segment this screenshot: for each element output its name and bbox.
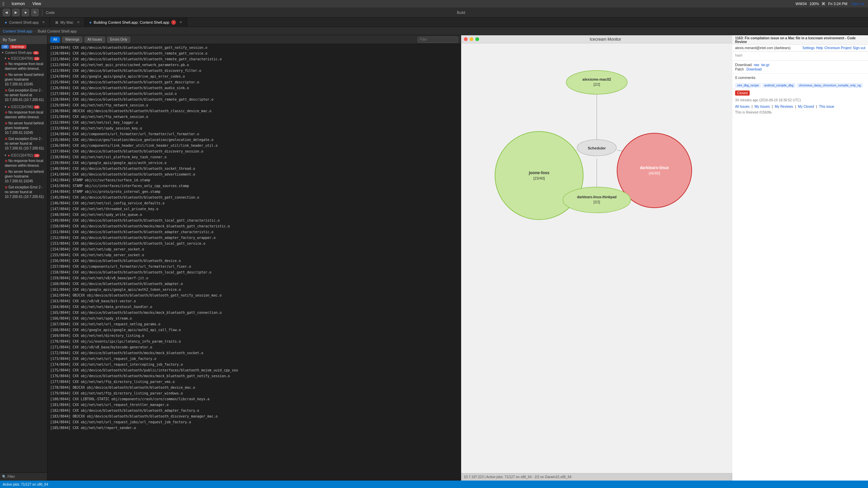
issue-item-1-2[interactable]: ⊗ Got exception Error 2 - no server foun… [0,136,47,151]
log-line: [140/8044] CXX obj/device/bluetooth/blue… [47,166,461,171]
filter-warnings-btn[interactable]: Warnings [62,37,82,43]
issue-item-0-1[interactable]: ⊗ No server found behind given hostname … [0,72,47,87]
issue-item-2-2[interactable]: ⊗ Got exception Error 2 - no server foun… [0,184,47,200]
status-row: Closed [732,89,868,97]
window-minimize-btn[interactable] [470,37,473,41]
subgroup-64782-header[interactable]: ▼ ● ICECC[64782] 15 [0,153,47,158]
tab-0-icon: ● [5,20,7,24]
download-row: Download raw tar.gz [735,63,865,67]
issue-item-1-1[interactable]: ⊗ No server found behind given hostname … [0,120,47,136]
issue-item-1-0[interactable]: ⊗ No response from local daemon within t… [0,109,47,120]
warnings-filter-btn[interactable]: Warnings [9,45,26,49]
sign-out-link[interactable]: Sign out [853,46,865,50]
log-line: [177/8044] CXX obj/net/net/ftp_directory… [47,379,461,385]
all-filter-btn[interactable]: All [1,45,9,49]
group-name: Content Shell.app [5,51,32,55]
chromium-project-link[interactable]: Chromium Project [824,46,851,50]
log-line: [170/8044] CXX obj/ui/events/ipc/ipc/lat… [47,339,461,344]
my-issues-link[interactable]: My Issues [754,105,770,108]
filter-search-input[interactable] [417,37,458,43]
issue-group-header-content-shell[interactable]: ▼ Content Shell.app 91 [0,50,47,55]
tab-2-icon: ● [90,20,92,24]
download-tar-link[interactable]: tar.gz [761,63,769,67]
back-button[interactable]: ◀ [3,9,10,16]
right-panel-header: 1163: Fix compilation issue on a Mac fil… [732,35,868,45]
log-line: [182/8044] CXX obj/device/bluetooth/blue… [47,408,461,413]
stop-button[interactable]: ■ [22,9,29,16]
log-line: [174/8044] CXX obj/net/net/url_request_i… [47,362,461,367]
subgroup-64769-badge: 15 [34,57,40,60]
filter-row: 🔍 Filter [0,472,47,481]
err-icon: ⊗ [5,185,7,189]
svg-text:[23/40]: [23/40] [533,176,545,180]
by-type-label: By Type [3,38,16,42]
log-line: [181/8044] CXX obj/net/net/url_request_t… [47,402,461,408]
svg-point-4 [566,70,627,94]
log-line: [175/8044] CXX obj/device/bluetooth/blue… [47,367,461,373]
menu-view[interactable]: View [31,1,43,7]
tab-0[interactable]: ● Content Shell.app ✕ [0,18,50,27]
subgroup-64769-header[interactable]: ▼ ● ICECC[64769] 15 [0,56,47,61]
menu-icemon[interactable]: Icemon [10,1,26,7]
settings-link[interactable]: Settings [803,46,815,50]
log-line: [158/8044] CXX obj/device/bluetooth/blue… [47,269,461,275]
window-maximize-btn[interactable] [475,37,479,41]
svg-text:darktears-linux-thinkpad: darktears-linux-thinkpad [577,195,617,199]
this-issue-link[interactable]: This issue [819,105,834,108]
log-line: [142/8044] STAMP obj/cc/surfaces/surface… [47,177,461,183]
subgroup-64786-header[interactable]: ▼ ● ICECC[64786] 15 [0,104,47,109]
log-line: [126/8044] CXX obj/device/bluetooth/blue… [47,85,461,91]
my-reviews-link[interactable]: My Reviews [775,105,793,108]
patch-download-btn[interactable]: Download [747,67,762,71]
log-line: [164/8044] CXX obj/net/net/data_protocol… [47,304,461,310]
icecream-title: Icecream Monitor [481,37,730,42]
log-line: [130/8044] OBJCXX obj/device/bluetooth/b… [47,108,461,114]
filter-all-btn[interactable]: All [50,37,60,43]
tag-0[interactable]: x64_dbg_recipe [735,83,761,88]
forward-button[interactable]: ▶ [12,9,20,16]
issue-text: Got exception Error 2 - no server found … [5,137,44,150]
reload-button[interactable]: ↻ [31,9,39,16]
err-icon: ⊗ [5,170,7,174]
tag-1[interactable]: android_compile_dbg [762,83,795,88]
filter-all-issues-btn[interactable]: All Issues [84,37,105,43]
tag-2[interactable]: chromeos_daisy_chromium_compile_only_ng [797,83,863,88]
svg-text:joone-foss: joone-foss [529,170,550,175]
subgroup-triangle: ▼ [4,105,7,108]
subgroup-error-icon: ● [8,57,10,60]
tab-1-icon: 🖥 [55,20,58,24]
sign-out-btn[interactable]: Sign out [850,1,865,6]
tab-0-close[interactable]: ✕ [42,20,45,24]
log-line: [143/8044] STAMP obj/cc/interfaces/inter… [47,183,461,189]
issue-item-0-0[interactable]: ⊗ No response from local daemon within t… [0,61,47,72]
download-raw-link[interactable]: raw [754,63,759,67]
tab-2-label: Building Content Shell.app: Content Shel… [94,20,169,24]
issue-item-2-1[interactable]: ⊗ No server found behind given hostname … [0,169,47,184]
reieved-info: This is Reieved #15b9fa [735,110,771,114]
main-content: By Type All Warnings ▼ Content Shell.app… [0,35,868,481]
comments-count: 0 comments [735,76,755,80]
err-icon: ⊗ [5,88,7,92]
issue-item-0-2[interactable]: ⊗ Got exception Error 2 - no server foun… [0,87,47,103]
log-line: [154/8044] CXX obj/net/net/udp_server_so… [47,246,461,252]
subgroup-triangle: ▼ [4,154,7,157]
breadcrumb-part-0[interactable]: Content Shell.app [3,29,32,33]
issue-item-2-0[interactable]: ⊗ No response from local daemon within t… [0,158,47,169]
my-closed-link[interactable]: My Closed [798,105,814,108]
window-close-btn[interactable] [464,37,468,41]
tab-1[interactable]: 🖥 My Mac ✕ [50,18,85,27]
log-line: [178/8044] OBJCXX obj/device/bluetooth/b… [47,385,461,390]
svg-text:alexisme-mac02: alexisme-mac02 [583,77,611,81]
filter-errors-btn[interactable]: Errors Only [107,37,131,43]
log-line: [131/8044] CXX obj/net/net/ftp_network_s… [47,114,461,120]
help-link[interactable]: Help [816,46,823,50]
patch-row: Patch Download [735,67,865,71]
log-line: [138/8044] CXX obj/net/net/ssl_platform_… [47,154,461,160]
subgroup-error-icon: ● [8,105,10,109]
tab-1-close[interactable]: ✕ [77,20,80,24]
tab-2-close[interactable]: ✕ [179,20,182,24]
right-links: All Issues | My Issues | My Reviews | My… [732,103,868,110]
tab-2[interactable]: ● Building Content Shell.app: Content Sh… [85,18,188,27]
log-line: [134/8044] CXX obj/components/url_format… [47,131,461,137]
all-issues-link[interactable]: All Issues [735,105,750,108]
